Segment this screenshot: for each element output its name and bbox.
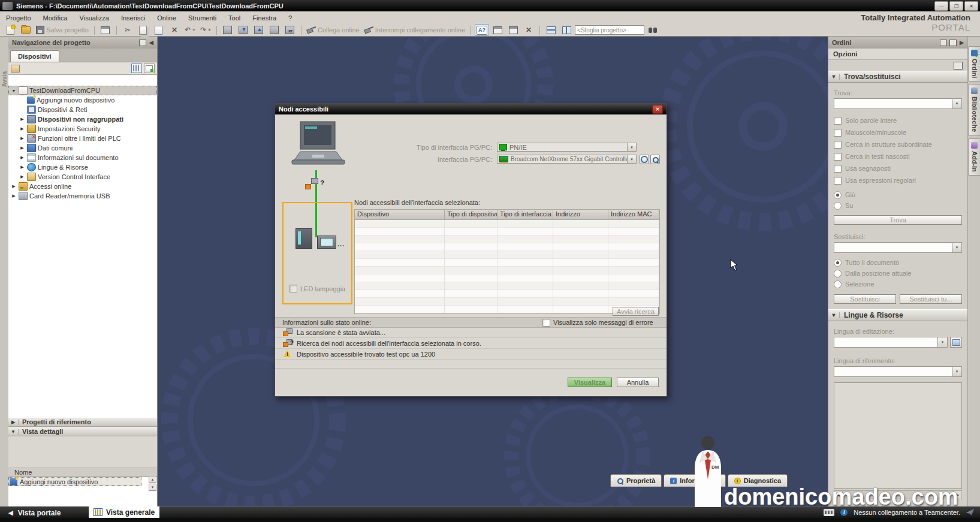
expander-icon[interactable]: ▶ — [19, 136, 25, 141]
expander-icon[interactable]: ▶ — [19, 146, 25, 150]
close-button[interactable]: ✕ — [964, 1, 978, 11]
table-row[interactable] — [355, 274, 659, 282]
tab-dispositivi[interactable]: Dispositivi — [10, 50, 59, 62]
stop-cpu-rt-button[interactable]: RT — [283, 24, 297, 36]
copy-button[interactable] — [136, 24, 150, 36]
column-header[interactable]: Indirizzo — [553, 210, 608, 219]
dropdown-arrow-icon[interactable]: ▼ — [952, 367, 961, 376]
new-project-button[interactable] — [3, 24, 17, 36]
menu-inserisci[interactable]: Inserisci — [115, 13, 151, 23]
expander-icon[interactable]: ▶ — [11, 184, 17, 189]
table-row[interactable] — [355, 243, 659, 251]
interface-settings-button[interactable] — [640, 155, 649, 164]
dropdown-arrow-icon[interactable]: ▼ — [627, 143, 636, 151]
paste-button[interactable] — [152, 24, 166, 36]
table-row[interactable] — [355, 259, 659, 267]
scroll-right-icon[interactable]: ▶ — [953, 491, 961, 499]
start-search-button[interactable]: Avvia ricerca — [613, 307, 659, 316]
table-row[interactable] — [355, 228, 659, 236]
tree-item[interactable]: ▶Lingue & Risorse — [8, 162, 157, 172]
expander-icon[interactable]: ▶ — [19, 165, 25, 170]
menu-online[interactable]: Online — [151, 13, 182, 23]
details-name-header[interactable]: Nome — [8, 468, 157, 477]
minimize-button[interactable]: — — [934, 1, 948, 11]
find-input[interactable]: ▼ — [834, 98, 962, 109]
tree-item[interactable]: ▶Impostazioni Security — [8, 124, 157, 134]
radio[interactable] — [834, 259, 842, 267]
tree-item[interactable]: Aggiungi nuovo dispositivo — [8, 95, 157, 105]
maximize-button[interactable]: ❐ — [949, 1, 963, 11]
save-project-button[interactable]: Salva progetto — [34, 24, 91, 36]
editing-language-select[interactable]: ▼ — [834, 337, 948, 348]
go-online-button[interactable]: Collega online — [305, 24, 361, 36]
table-row[interactable] — [355, 236, 659, 243]
table-row[interactable] — [355, 290, 659, 298]
replace-input[interactable]: ▼ — [834, 242, 962, 253]
find-button[interactable]: Trova — [834, 215, 962, 225]
delete-button[interactable]: ✕ — [167, 24, 182, 36]
menu-strumenti[interactable]: Strumenti — [182, 13, 222, 23]
expanded-view-button[interactable] — [144, 64, 155, 73]
horizontal-scrollbar[interactable]: ◀ ▶ — [834, 490, 962, 499]
dropdown-arrow-icon[interactable]: ▼ — [952, 99, 961, 108]
scroll-down-icon[interactable]: ▼ — [149, 484, 156, 491]
column-header[interactable]: Indirizzo MAC — [608, 210, 659, 219]
browse-project-input[interactable] — [575, 25, 644, 35]
tree-item[interactable]: ▶Funzioni oltre i limiti del PLC — [8, 134, 157, 143]
checkbox[interactable] — [834, 153, 842, 161]
table-row[interactable] — [355, 220, 659, 228]
split-editor-horizontal-button[interactable] — [544, 24, 558, 36]
tree-item[interactable]: ▶Card Reader/memoria USB — [8, 191, 157, 201]
column-header[interactable]: Tipo di interfaccia — [497, 210, 553, 219]
stop-simulation-button[interactable] — [506, 24, 520, 36]
menu-progetto[interactable]: Progetto — [0, 13, 37, 23]
cut-button[interactable]: ✂ — [120, 24, 135, 36]
flash-led-search-button[interactable] — [650, 155, 660, 164]
dropdown-arrow-icon[interactable]: ▼ — [937, 337, 947, 347]
expander-icon[interactable]: ▶ — [19, 117, 25, 122]
radio[interactable] — [834, 191, 842, 199]
checkbox[interactable] — [834, 165, 842, 173]
portal-view-button[interactable]: ◀ Vista portale — [8, 509, 61, 517]
languages-section-bar[interactable]: ▼ Lingue & Risorse — [828, 309, 967, 321]
collapse-panel-icon[interactable]: ▶ — [960, 40, 964, 46]
scroll-left-icon[interactable]: ◀ — [834, 491, 843, 499]
menu-help[interactable]: ? — [282, 13, 298, 23]
accessible-devices-button[interactable]: A? — [475, 24, 489, 36]
cancel-button[interactable]: Annulla — [617, 378, 659, 387]
side-tab-ordini[interactable]: Ordini — [968, 46, 980, 82]
replace-button[interactable]: Sostituisci — [834, 294, 896, 304]
expander-icon[interactable]: ▶ — [19, 155, 25, 160]
language-resource-list[interactable] — [834, 382, 962, 489]
download-to-device-button[interactable]: ▼ — [236, 24, 251, 36]
language-settings-button[interactable] — [950, 337, 962, 348]
dropdown-arrow-icon[interactable]: ▼ — [952, 243, 961, 252]
checkbox[interactable] — [834, 141, 842, 149]
errors-only-checkbox[interactable] — [542, 319, 550, 327]
pin-panel-icon[interactable] — [139, 40, 146, 46]
menu-modifica[interactable]: Modifica — [37, 13, 74, 23]
tree-item[interactable]: Dispositivi & Reti — [8, 105, 157, 114]
scroll-up-icon[interactable]: ▲ — [149, 476, 156, 483]
checkbox[interactable] — [834, 177, 842, 185]
table-row[interactable] — [355, 251, 659, 259]
expander-icon[interactable]: ▶ — [19, 174, 25, 179]
pin-panel-icon[interactable] — [949, 40, 957, 46]
tab-diagnostics[interactable]: i Diagnostica — [728, 474, 788, 487]
search-project-button[interactable] — [646, 24, 660, 36]
window-options-icon[interactable] — [954, 62, 963, 70]
dialog-title-bar[interactable]: Nodi accessibili ✕ — [275, 104, 667, 114]
dropdown-arrow-icon[interactable]: ▼ — [627, 155, 636, 163]
checkbox[interactable] — [834, 117, 842, 125]
expander-icon[interactable]: ▶ — [11, 194, 17, 198]
column-header[interactable]: Dispositivo — [355, 210, 445, 219]
expander-icon[interactable]: ▼ — [11, 89, 17, 93]
show-button[interactable]: Visualizza — [568, 378, 612, 387]
open-project-button[interactable] — [19, 24, 33, 36]
expander-icon[interactable]: ▶ — [19, 126, 25, 131]
undo-button[interactable]: ↶± — [183, 24, 197, 36]
find-replace-section-bar[interactable]: ▼ Trova/sostituisci — [828, 71, 967, 83]
side-tab-addin[interactable]: Add-In — [968, 138, 980, 176]
column-header[interactable]: Tipo di dispositivo — [445, 210, 497, 219]
table-row[interactable] — [355, 298, 659, 306]
